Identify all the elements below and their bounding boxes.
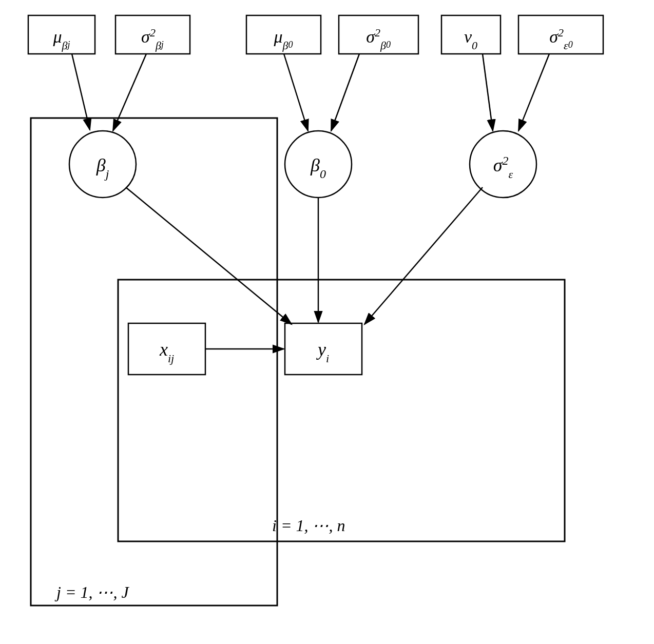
j-plate-label: j = 1, ⋯, J xyxy=(54,583,129,601)
mu-beta-0-label: μβ0 xyxy=(273,27,293,52)
arrow-beta-j-to-yi xyxy=(126,187,292,324)
i-plate xyxy=(118,280,565,541)
arrow-sigma-beta-0-to-beta-0 xyxy=(331,54,359,131)
j-plate xyxy=(31,118,277,606)
bayesian-diagram: j = 1, ⋯, J i = 1, ⋯, n μβj σ2βj μβ0 σ2β… xyxy=(0,0,654,644)
sigma-beta-0-label: σ2β0 xyxy=(366,26,391,52)
x-ij-label: xij xyxy=(159,339,174,365)
sigma-eps-label: σ2ε xyxy=(493,154,513,181)
mu-beta-j-label: μβj xyxy=(52,27,70,52)
y-i-label: yi xyxy=(316,339,329,365)
arrow-sigma-eps-0-to-sigma-eps xyxy=(518,54,549,131)
arrow-nu-0-to-sigma-eps xyxy=(483,54,493,131)
arrow-sigma-beta-j-to-beta-j xyxy=(113,54,146,131)
beta-j-label: βj xyxy=(96,155,109,181)
i-plate-label: i = 1, ⋯, n xyxy=(272,516,345,535)
beta-0-label: β0 xyxy=(310,155,326,181)
arrow-sigma-eps-to-yi xyxy=(364,187,483,324)
nu-0-label: ν0 xyxy=(464,27,477,52)
sigma-beta-j-label: σ2βj xyxy=(141,26,164,52)
diagram-container: j = 1, ⋯, J i = 1, ⋯, n μβj σ2βj μβ0 σ2β… xyxy=(0,0,654,644)
arrow-mu-beta-0-to-beta-0 xyxy=(284,54,308,131)
sigma-eps-0-label: σ2ε0 xyxy=(549,26,572,52)
